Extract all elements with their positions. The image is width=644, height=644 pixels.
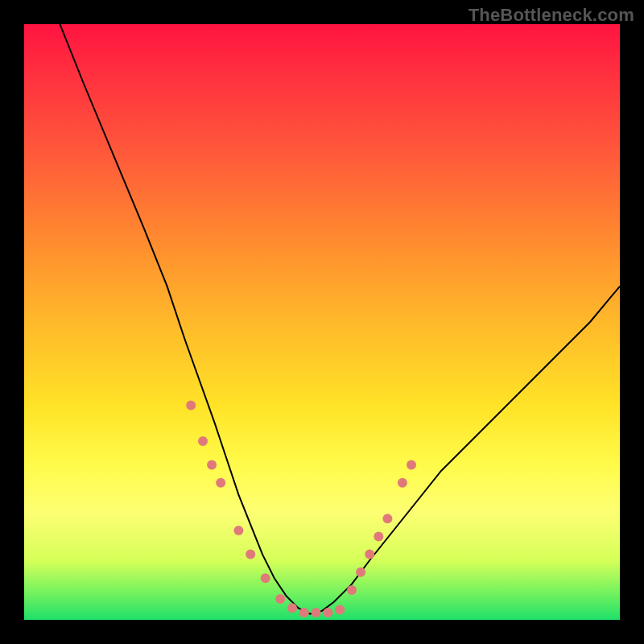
data-point bbox=[365, 550, 374, 559]
data-point bbox=[347, 585, 357, 595]
data-point bbox=[323, 608, 332, 617]
data-point-markers bbox=[186, 401, 416, 617]
data-point bbox=[216, 478, 225, 488]
data-point bbox=[398, 478, 407, 488]
data-point bbox=[233, 526, 243, 535]
data-point bbox=[299, 608, 309, 617]
data-point bbox=[374, 531, 383, 541]
data-point bbox=[198, 436, 208, 446]
data-point bbox=[312, 608, 321, 617]
data-point bbox=[382, 514, 392, 523]
data-point bbox=[207, 460, 217, 470]
data-point bbox=[186, 401, 196, 411]
chart-overlay bbox=[24, 24, 620, 620]
data-point bbox=[356, 568, 365, 577]
bottleneck-curve bbox=[60, 24, 620, 614]
chart-frame: TheBottleneck.com bbox=[0, 0, 644, 644]
data-point bbox=[287, 603, 297, 613]
data-point bbox=[407, 460, 416, 470]
data-point bbox=[335, 605, 345, 614]
data-point bbox=[246, 550, 255, 559]
data-point bbox=[261, 573, 270, 583]
watermark-text: TheBottleneck.com bbox=[469, 5, 634, 26]
data-point bbox=[275, 594, 285, 604]
